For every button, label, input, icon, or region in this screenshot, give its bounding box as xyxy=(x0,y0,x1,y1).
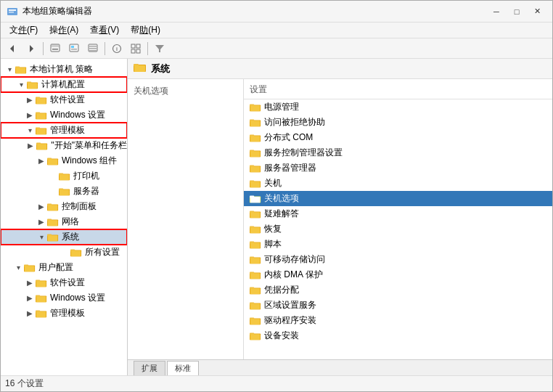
user-sw-expander[interactable]: ▶ xyxy=(24,277,36,289)
show-button[interactable] xyxy=(65,41,83,57)
wc-expander[interactable]: ▶ xyxy=(36,155,47,167)
tab-expand[interactable]: 扩展 xyxy=(134,361,165,375)
sys-folder-icon xyxy=(47,232,59,242)
minimize-button[interactable]: ─ xyxy=(487,4,506,19)
sys-expander[interactable]: ▾ xyxy=(36,232,47,243)
folder-item-shutdown[interactable]: 关机 xyxy=(244,176,552,191)
header-folder-icon xyxy=(134,62,147,75)
tree-printer[interactable]: ▶ 打印机 xyxy=(1,168,127,184)
folder-label-dcom: 分布式 COM xyxy=(264,131,313,144)
folder-item-troubleshoot[interactable]: 疑难解答 xyxy=(244,206,552,221)
close-button[interactable]: ✕ xyxy=(528,4,546,19)
folder-icon-access xyxy=(250,118,261,128)
svg-rect-100 xyxy=(250,212,260,218)
user-expander[interactable]: ▾ xyxy=(12,262,24,274)
folder-item-device[interactable]: 设备安装 xyxy=(244,328,552,343)
software-expander[interactable]: ▶ xyxy=(24,94,36,106)
net-expander[interactable]: ▶ xyxy=(36,216,47,228)
maximize-button[interactable]: □ xyxy=(507,4,526,19)
folder-label-scripts: 脚本 xyxy=(264,238,282,250)
tree-computer-config[interactable]: ▾ 计算机配置 xyxy=(1,77,127,92)
folder-item-removable[interactable]: 可移动存储访问 xyxy=(244,252,552,267)
tree-windows-settings[interactable]: ▶ Windows 设置 xyxy=(1,107,127,123)
info-button[interactable]: i xyxy=(108,41,126,57)
folder-item-servermgr[interactable]: 服务器管理器 xyxy=(244,160,552,176)
tree-network[interactable]: ▶ 网络 xyxy=(1,214,127,229)
folder-item-shutdown-options[interactable]: 关机选项 xyxy=(244,191,552,206)
svg-rect-7 xyxy=(52,49,58,50)
wc-folder-icon xyxy=(47,156,59,166)
list-button[interactable] xyxy=(84,41,102,57)
folder-item-scripts[interactable]: 脚本 xyxy=(244,237,552,252)
svg-rect-2 xyxy=(9,12,14,13)
computer-config-folder-icon xyxy=(27,80,38,90)
start-folder-icon xyxy=(36,141,48,151)
folder-item-restore[interactable]: 恢复 xyxy=(244,221,552,237)
back-button[interactable] xyxy=(4,41,21,57)
software-label: 软件设置 xyxy=(50,94,85,106)
sub-left-panel: 关机选项 xyxy=(128,79,244,359)
folder-item-credentials[interactable]: 凭据分配 xyxy=(244,282,552,298)
tree-control-panel[interactable]: ▶ 控制面板 xyxy=(1,199,127,214)
tree-start-menu[interactable]: ▶ "开始"菜单和任务栏 xyxy=(1,138,127,153)
folder-item-locale[interactable]: 区域设置服务 xyxy=(244,298,552,313)
menu-action[interactable]: 操作(A) xyxy=(44,23,84,38)
tree-software-settings[interactable]: ▶ 软件设置 xyxy=(1,92,127,107)
tree-system[interactable]: ▾ 系统 xyxy=(1,229,127,245)
user-win-expander[interactable]: ▶ xyxy=(24,293,36,304)
admin-expander[interactable]: ▾ xyxy=(24,125,36,136)
admin-label: 管理模板 xyxy=(50,124,85,136)
user-folder-icon xyxy=(24,263,36,273)
tree-user-software[interactable]: ▶ 软件设置 xyxy=(1,275,127,290)
start-expander[interactable]: ▶ xyxy=(25,140,36,152)
menu-bar: 文件(F) 操作(A) 查看(V) 帮助(H) xyxy=(1,23,552,38)
svg-rect-55 xyxy=(48,220,57,226)
folder-list: 设置 电源管理 xyxy=(244,79,552,359)
folder-item-dcom[interactable]: 分布式 COM xyxy=(244,130,552,145)
svg-marker-21 xyxy=(155,45,164,52)
folder-item-scm[interactable]: 服务控制管理器设置 xyxy=(244,145,552,160)
cp-expander[interactable]: ▶ xyxy=(36,201,47,213)
svg-rect-85 xyxy=(250,136,260,142)
up-button[interactable] xyxy=(46,41,64,57)
forward-button[interactable] xyxy=(22,41,40,57)
svg-rect-70 xyxy=(36,296,46,302)
tree-user-admin[interactable]: ▶ 管理模板 xyxy=(1,306,127,321)
menu-help[interactable]: 帮助(H) xyxy=(125,23,166,38)
folder-item-access-denied[interactable]: 访问被拒绝协助 xyxy=(244,115,552,130)
user-sw-label: 软件设置 xyxy=(50,277,85,289)
svg-rect-20 xyxy=(136,49,140,53)
separator-2 xyxy=(105,42,105,55)
windows-settings-expander[interactable]: ▶ xyxy=(24,110,36,121)
folder-label-shutdown-options: 关机选项 xyxy=(264,192,299,205)
folder-icon-removable xyxy=(250,255,261,265)
folder-icon-scripts xyxy=(250,240,261,250)
folder-item-power[interactable]: 电源管理 xyxy=(244,99,552,115)
folder-item-kernel-dma[interactable]: 内核 DMA 保护 xyxy=(244,267,552,282)
tree-user-config[interactable]: ▾ 用户配置 xyxy=(1,260,127,275)
svg-rect-73 xyxy=(36,311,46,317)
folder-icon-locale xyxy=(250,301,261,311)
right-panel: 系统 关机选项 设置 xyxy=(128,59,552,375)
folder-icon-device xyxy=(250,331,261,341)
menu-file[interactable]: 文件(F) xyxy=(4,23,44,38)
computer-config-expander[interactable]: ▾ xyxy=(15,79,27,91)
tree-admin-templates[interactable]: ▾ 管理模板 xyxy=(1,123,127,138)
tree-root[interactable]: ▾ 本地计算机 策略 xyxy=(1,62,127,77)
menu-view[interactable]: 查看(V) xyxy=(84,23,125,38)
tree-server[interactable]: ▶ 服务器 xyxy=(1,184,127,199)
folder-item-driver[interactable]: 驱动程序安装 xyxy=(244,313,552,328)
user-admin-expander[interactable]: ▶ xyxy=(24,308,36,319)
admin-folder-icon xyxy=(36,126,47,136)
tree-all-settings[interactable]: ▶ 所有设置 xyxy=(1,245,127,260)
grid-button[interactable] xyxy=(127,41,144,57)
tree-windows-components[interactable]: ▶ Windows 组件 xyxy=(1,153,127,168)
root-expander[interactable]: ▾ xyxy=(4,64,15,75)
tab-standard[interactable]: 标准 xyxy=(167,361,199,375)
filter-button[interactable] xyxy=(151,41,168,57)
user-admin-label: 管理模板 xyxy=(50,307,85,319)
folder-label-troubleshoot: 疑难解答 xyxy=(264,208,299,220)
user-win-folder-icon xyxy=(36,293,47,303)
svg-rect-10 xyxy=(71,49,77,50)
tree-user-windows[interactable]: ▶ Windows 设置 xyxy=(1,290,127,306)
